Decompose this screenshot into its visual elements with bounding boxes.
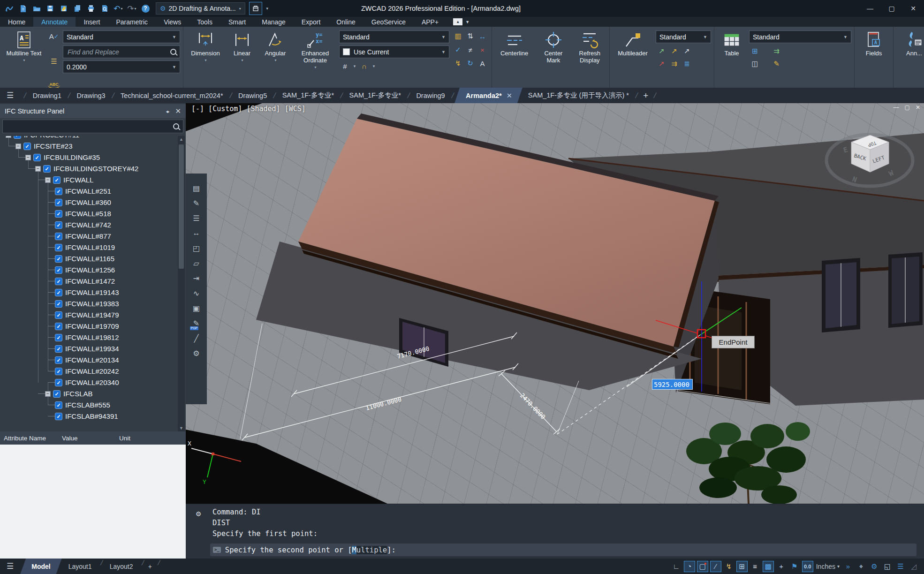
- text-style-icon[interactable]: A✓: [48, 30, 60, 42]
- tree-checkbox[interactable]: ✓: [53, 176, 61, 184]
- doc-tab-active[interactable]: Armanda2*✕: [454, 88, 523, 103]
- polyline-nodes-icon[interactable]: ∿: [191, 288, 202, 298]
- tree-item[interactable]: ✓IFCWALL#877: [1, 231, 177, 242]
- tree-item[interactable]: ✓IFCWALL#20340: [1, 377, 177, 388]
- new-file-icon[interactable]: [17, 3, 29, 14]
- find-replace-field[interactable]: [63, 45, 180, 58]
- tree-checkbox[interactable]: ✓: [55, 300, 62, 308]
- edit-table-icon[interactable]: ✎: [771, 58, 782, 69]
- tree-item-label[interactable]: IFCWALL#20242: [65, 366, 119, 377]
- dim-style-select[interactable]: Standard▼: [339, 30, 449, 43]
- menu-tab-home[interactable]: Home: [0, 17, 33, 27]
- tree-item[interactable]: ✓IFCWALL#742: [1, 219, 177, 231]
- dim-space-icon[interactable]: ⇅: [464, 30, 476, 42]
- tree-item-label[interactable]: IFCWALL#1472: [65, 276, 115, 287]
- doc-tab-6[interactable]: Drawing9: [410, 88, 450, 103]
- tree-checkbox[interactable]: ✓: [55, 210, 62, 218]
- preview-icon[interactable]: [99, 3, 110, 14]
- tree-checkbox[interactable]: ✓: [55, 356, 62, 364]
- tree-item-label[interactable]: IFCWALL#518: [65, 208, 111, 219]
- tree-item-label[interactable]: IFCWALL#20340: [65, 377, 119, 388]
- tree-item[interactable]: ✓IFCWALL#19934: [1, 343, 177, 355]
- chevron-down-icon[interactable]: ▼: [265, 7, 269, 11]
- chevron-down-icon[interactable]: ▾: [352, 60, 357, 72]
- fields-button[interactable]: A Fields: [857, 29, 890, 90]
- scroll-down-icon[interactable]: ▼: [178, 425, 185, 431]
- settings-icon[interactable]: ⚙: [869, 561, 880, 572]
- dim-style-box-icon[interactable]: ▥: [452, 30, 464, 42]
- tree-checkbox[interactable]: ✓: [55, 199, 62, 206]
- tree-item[interactable]: ✓IFCWALL#518: [1, 208, 177, 219]
- tree-item-label[interactable]: IFCSLAB#555: [65, 400, 110, 411]
- tree-checkbox[interactable]: ✓: [55, 233, 62, 240]
- gear-icon[interactable]: ⚙: [191, 348, 202, 358]
- tree-item-label[interactable]: IFCWALL#1256: [65, 264, 115, 276]
- tree-checkbox[interactable]: ✓: [55, 345, 62, 353]
- remove-leader-icon[interactable]: ↗: [656, 58, 667, 69]
- tree-checkbox[interactable]: ✓: [55, 266, 62, 274]
- tree-item[interactable]: ✓IFCWALL#20242: [1, 366, 177, 377]
- tree-checkbox[interactable]: ✓: [55, 255, 62, 263]
- tree-expander[interactable]: −: [15, 144, 21, 149]
- add-leader-icon[interactable]: ↗: [656, 45, 667, 57]
- collect-leaders-icon[interactable]: ≣: [681, 58, 693, 69]
- redo-icon[interactable]: ↷▾: [126, 3, 137, 14]
- help-icon[interactable]: ?: [140, 3, 151, 14]
- shapes-icon[interactable]: ▱: [191, 258, 202, 268]
- viewport-controls-label[interactable]: [-] [Custom] [Shaded] [WCS]: [191, 105, 306, 113]
- tree-checkbox[interactable]: ✓: [43, 165, 51, 173]
- tree-checkbox[interactable]: ✓: [23, 143, 31, 150]
- menu-tab-geoservice[interactable]: GeoService: [364, 17, 414, 27]
- tree-item[interactable]: ✓IFCWALL#19812: [1, 332, 177, 343]
- cell-style-icon[interactable]: ◫: [749, 58, 761, 69]
- tree-checkbox[interactable]: ✓: [55, 401, 62, 409]
- measure-line-icon[interactable]: ╱: [191, 333, 202, 343]
- dimension-button[interactable]: Dimension ▾: [186, 29, 225, 90]
- doc-tab-3[interactable]: Drawing5: [233, 88, 273, 103]
- scroll-up-icon[interactable]: ▲: [178, 136, 185, 143]
- tree-item[interactable]: ✓IFCWALL#360: [1, 197, 177, 208]
- menu-tab-views[interactable]: Views: [156, 17, 189, 27]
- tree-expander[interactable]: −: [35, 166, 41, 172]
- tree-item-label[interactable]: IFCBUILDINGSTOREY#42: [53, 163, 138, 174]
- tree-item[interactable]: −✓IFCPROJECT#11: [1, 136, 177, 141]
- tree-item-label[interactable]: IFCPROJECT#11: [24, 136, 79, 141]
- tree-checkbox[interactable]: ✓: [55, 278, 62, 285]
- tree-checkbox[interactable]: ✓: [55, 379, 62, 386]
- tree-expander[interactable]: −: [6, 136, 11, 138]
- text-style-select[interactable]: Standard▼: [63, 30, 180, 43]
- tree-expander[interactable]: −: [45, 177, 51, 183]
- tree-expander[interactable]: −: [45, 391, 51, 397]
- quick-dimension-icon[interactable]: #: [339, 60, 351, 72]
- tree-item[interactable]: ✓IFCSLAB#555: [1, 400, 177, 411]
- tree-item-label[interactable]: IFCSLAB#94391: [65, 411, 118, 422]
- ifc-search-field[interactable]: [2, 120, 183, 133]
- dim-update-icon[interactable]: ↻: [464, 58, 476, 69]
- tree-item-label[interactable]: IFCWALL#19143: [65, 287, 119, 298]
- object-snap-icon[interactable]: ▢: [697, 561, 708, 572]
- menu-tab-smart[interactable]: Smart: [220, 17, 254, 27]
- dim-jog-icon[interactable]: ↯: [452, 58, 464, 69]
- run-script-icon[interactable]: »: [842, 561, 854, 572]
- tree-checkbox[interactable]: ✓: [55, 188, 62, 195]
- tree-checkbox[interactable]: ✓: [53, 390, 61, 398]
- close-tab-icon[interactable]: ✕: [507, 92, 512, 99]
- ifc-search-input[interactable]: [7, 122, 173, 131]
- toolbox-icon[interactable]: [249, 2, 262, 15]
- find-replace-input[interactable]: [67, 48, 170, 56]
- annotation-button[interactable]: Ann...: [896, 29, 924, 90]
- numbered-list-icon[interactable]: ☰: [48, 56, 60, 67]
- dim-inspect-icon[interactable]: ✓: [452, 44, 464, 55]
- linear-button[interactable]: Linear ▾: [227, 29, 257, 90]
- workspace-select[interactable]: ⚙ 2D Drafting & Annota... ▾: [156, 2, 245, 15]
- tree-item[interactable]: −✓IFCBUILDINGSTOREY#42: [1, 163, 177, 174]
- dynamic-input-field[interactable]: 5925.0000: [652, 379, 693, 390]
- annotation-monitor-icon[interactable]: ⚑: [789, 561, 800, 572]
- menu-tab-tools[interactable]: Tools: [189, 17, 220, 27]
- text-height-select[interactable]: 0.2000▼: [63, 60, 180, 73]
- tree-item[interactable]: ✓IFCWALL#1472: [1, 276, 177, 287]
- drawing-canvas[interactable]: 7170.0000 11000.0000 2470.0000 X Y: [186, 103, 924, 504]
- tree-item[interactable]: −✓IFCWALL: [1, 174, 177, 186]
- tree-item-label[interactable]: IFCWALL#20134: [65, 355, 119, 366]
- tree-item-label[interactable]: IFCWALL#251: [65, 186, 111, 197]
